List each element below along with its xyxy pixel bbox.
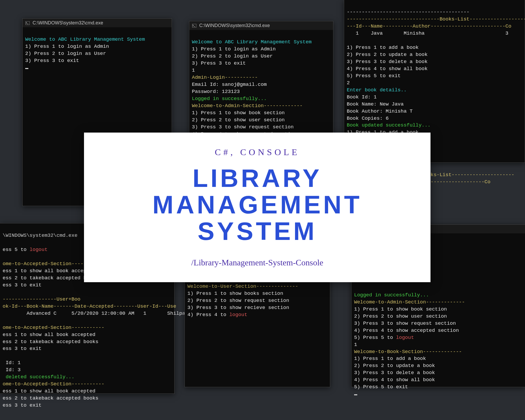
card-title: LIBRARY MANAGEMENT SYSTEM	[94, 165, 420, 244]
book-id-line: Book Id: 1	[347, 94, 377, 100]
svg-rect-0	[25, 21, 30, 25]
book-option-4: 4) Press 4 to show all book	[354, 377, 435, 383]
email-line: Email Id: sanoj@gmail.com	[192, 82, 267, 87]
delete-success: deleted successfully...	[3, 374, 75, 380]
input-choice: 1	[192, 67, 195, 73]
console-body[interactable]: Welcome to ABC Library Management System…	[23, 27, 172, 80]
title-partial: \WINDOWS\system32\cmd.exe	[3, 233, 77, 238]
input-choice: 2	[347, 80, 350, 86]
window-titlebar[interactable]: C:\WINDOWS\system32\cmd.exe	[189, 21, 333, 30]
book-menu-3: 3) Press 3 to delete a book	[347, 59, 428, 65]
logout-word: logout	[396, 335, 414, 340]
card-path: /Library-Management-System-Console	[191, 258, 323, 267]
book-name-line: Book Name: New Java	[347, 101, 404, 107]
cmd-icon	[25, 21, 30, 25]
menu-option-3: 3) Press 3 to exit	[192, 60, 246, 66]
user-section-header: Welcome-to-User-Section--------------	[187, 284, 298, 289]
user-option-2: 2) Press 2 to show request section	[187, 298, 289, 303]
book-option-2: 2) Press 2 to update a book	[354, 363, 435, 369]
book-copies-line: Book Copies: 6	[347, 116, 389, 121]
password-line: Password: 123123	[192, 89, 240, 94]
menu-option-2: 2) Press 2 to login as User	[25, 51, 106, 56]
admin-option-5-pre: 5) Press 5 to	[354, 335, 396, 340]
book-option-3: 3) Press 3 to delete a book	[354, 370, 435, 376]
cursor-icon	[25, 68, 28, 69]
welcome-text: Welcome to ABC Library Management System	[25, 36, 145, 42]
card-subtitle: C#, CONSOLE	[215, 147, 300, 157]
admin-option-3: 3) Press 3 to show request section	[354, 321, 456, 326]
book-option-1: 1) Press 1 to add a book	[354, 356, 426, 361]
admin-login-header: Admin-Login-----------	[192, 75, 258, 80]
logout-word: logout	[30, 247, 48, 253]
login-success: Logged in successfully...	[354, 292, 429, 298]
admin-option-4: 4) Press 4 to show accepted section	[354, 328, 459, 333]
book-option-5: 5) Press 5 to exit	[354, 384, 408, 390]
admin-option-2: 2) Press 2 to show user section	[192, 117, 285, 123]
accepted-option-1: ess 1 to show all book accept	[3, 268, 90, 274]
menu-option-3: 3) Press 3 to exit	[25, 58, 79, 64]
id-line-3: Id: 3	[3, 367, 20, 373]
menu-option-1: 1) Press 1 to login as Admin	[192, 46, 276, 52]
books-columns-header: ---Id---Name----------Author------------…	[347, 23, 511, 29]
accepted-option-2b: ess 2 to takeback accepted books	[3, 339, 98, 345]
book-menu-2: 2) Press 2 to update a book	[347, 52, 428, 57]
book-menu-4: 4) Press 4 to show all book	[347, 66, 428, 72]
book-author-line: Book Author: Minisha T	[347, 108, 413, 114]
admin-section-header: Welcome-to-Admin-Section-------------	[192, 103, 303, 109]
window-title-text: C:\WINDOWS\system32\cmd.exe	[33, 20, 103, 26]
user-option-1: 1) Press 1 to show books section	[187, 291, 283, 296]
update-success: Book updated successfully...	[347, 122, 430, 128]
books-list-header: -------------------------------Books-Lis…	[347, 16, 525, 22]
cmd-icon	[192, 23, 197, 28]
user-book-header: ------------------User+Boo	[3, 296, 80, 302]
accepted-option-2c: ess 2 to takeback accepted books	[3, 395, 98, 401]
accepted-row: Advanced C 5/20/2020 12:00:00 AM 1 Shilp…	[3, 311, 185, 316]
menu-option-1: 1) Press 1 to login as Admin	[25, 44, 109, 49]
user-option-4-pre: 4) Press 4 to	[187, 312, 229, 318]
welcome-text: Welcome to ABC Library Management System	[192, 39, 312, 45]
svg-rect-2	[192, 24, 196, 28]
login-success: Logged in successfully...	[192, 96, 267, 102]
accepted-option-1c: ess 1 to show all book accepted	[3, 388, 95, 394]
logout-option-pre: ess 5 to	[3, 247, 30, 253]
admin-option-1: 1) Press 1 to show book section	[354, 306, 447, 312]
accepted-option-3c: ess 3 to exit	[3, 402, 41, 408]
accepted-option-2: ess 2 to takeback accepted bo	[3, 275, 90, 281]
input-choice: 1	[354, 342, 357, 348]
admin-option-2: 2) Press 2 to show user section	[354, 313, 447, 319]
cursor-icon	[354, 394, 357, 395]
book-menu-1: 1) Press 1 to add a book	[347, 45, 419, 50]
admin-option-1: 1) Press 1 to show book section	[192, 110, 285, 116]
accepted-option-3b: ess 3 to exit	[3, 346, 41, 351]
logout-word: logout	[229, 312, 247, 318]
accepted-section-header-2: ome-to-Accepted-Section-----------	[3, 325, 104, 330]
title-card: C#, CONSOLE LIBRARY MANAGEMENT SYSTEM /L…	[84, 133, 430, 282]
book-menu-5: 5) Press 5 to exit	[347, 73, 401, 79]
book-row: 1 Java Minisha 3	[347, 30, 508, 36]
accepted-columns: ok-Id---Book-Name-------Date-Accepted---…	[3, 303, 176, 309]
accepted-section-header-3: ome-to-Accepted-Section-----------	[3, 381, 104, 387]
divider-line: ----------------------------------------…	[347, 9, 469, 15]
menu-option-2: 2) Press 2 to login as User	[192, 53, 273, 59]
accepted-option-1b: ess 1 to show all book accepted	[3, 332, 95, 338]
book-section-header: Welcome-to-Book-Section-------------	[354, 349, 462, 355]
window-titlebar[interactable]: C:\WINDOWS\system32\cmd.exe	[23, 19, 172, 27]
accepted-option-3: ess 3 to exit	[3, 282, 41, 288]
admin-option-3: 3) Press 3 to show request section	[192, 124, 294, 130]
enter-details: Enter book details..	[347, 87, 407, 93]
id-line-1: Id: 1	[3, 360, 20, 366]
window-title-text: C:\WINDOWS\system32\cmd.exe	[199, 23, 270, 28]
admin-section-header: Welcome-to-Admin-Section-------------	[354, 299, 465, 305]
user-option-3: 3) Press 3 to show recieve section	[187, 305, 289, 311]
